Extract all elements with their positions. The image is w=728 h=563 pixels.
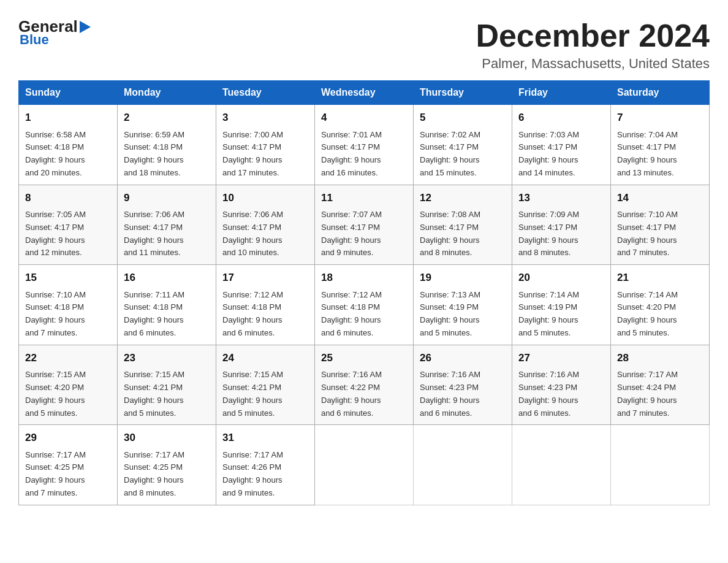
day-info: Sunrise: 7:05 AMSunset: 4:17 PMDaylight:… bbox=[25, 209, 111, 259]
calendar-day-2: 2Sunrise: 6:59 AMSunset: 4:18 PMDaylight… bbox=[118, 105, 216, 185]
calendar-day-3: 3Sunrise: 7:00 AMSunset: 4:17 PMDaylight… bbox=[216, 105, 315, 185]
calendar-day-9: 9Sunrise: 7:06 AMSunset: 4:17 PMDaylight… bbox=[118, 185, 216, 265]
day-number: 18 bbox=[321, 270, 407, 286]
day-number: 6 bbox=[518, 110, 604, 126]
empty-cell bbox=[315, 425, 414, 505]
day-number: 4 bbox=[321, 110, 407, 126]
day-number: 28 bbox=[617, 350, 703, 366]
day-info: Sunrise: 7:03 AMSunset: 4:17 PMDaylight:… bbox=[518, 129, 604, 180]
calendar-day-29: 29Sunrise: 7:17 AMSunset: 4:25 PMDayligh… bbox=[19, 425, 118, 505]
title-block: December 2024 Palmer, Massachusetts, Uni… bbox=[476, 18, 710, 72]
day-info: Sunrise: 7:08 AMSunset: 4:17 PMDaylight:… bbox=[420, 209, 506, 259]
day-info: Sunrise: 7:04 AMSunset: 4:17 PMDaylight:… bbox=[617, 129, 703, 180]
logo-blue-text: Blue bbox=[20, 32, 49, 48]
calendar-day-19: 19Sunrise: 7:13 AMSunset: 4:19 PMDayligh… bbox=[414, 265, 512, 345]
calendar-day-14: 14Sunrise: 7:10 AMSunset: 4:17 PMDayligh… bbox=[611, 185, 710, 265]
calendar-day-27: 27Sunrise: 7:16 AMSunset: 4:23 PMDayligh… bbox=[512, 345, 611, 425]
calendar-week-1: 1Sunrise: 6:58 AMSunset: 4:18 PMDaylight… bbox=[19, 105, 710, 185]
day-info: Sunrise: 7:16 AMSunset: 4:23 PMDaylight:… bbox=[518, 369, 604, 419]
day-info: Sunrise: 7:14 AMSunset: 4:20 PMDaylight:… bbox=[617, 289, 703, 340]
day-number: 26 bbox=[420, 350, 506, 366]
day-info: Sunrise: 7:01 AMSunset: 4:17 PMDaylight:… bbox=[321, 129, 407, 180]
calendar-day-22: 22Sunrise: 7:15 AMSunset: 4:20 PMDayligh… bbox=[19, 345, 118, 425]
day-info: Sunrise: 6:58 AMSunset: 4:18 PMDaylight:… bbox=[25, 129, 111, 180]
day-number: 23 bbox=[124, 350, 210, 366]
day-info: Sunrise: 7:16 AMSunset: 4:23 PMDaylight:… bbox=[420, 369, 506, 419]
header-day-saturday: Saturday bbox=[611, 81, 710, 105]
day-info: Sunrise: 7:17 AMSunset: 4:24 PMDaylight:… bbox=[617, 369, 703, 419]
calendar-day-10: 10Sunrise: 7:06 AMSunset: 4:17 PMDayligh… bbox=[216, 185, 315, 265]
calendar-day-26: 26Sunrise: 7:16 AMSunset: 4:23 PMDayligh… bbox=[414, 345, 512, 425]
page: General Blue December 2024 Palmer, Massa… bbox=[0, 0, 728, 518]
header-row-days: SundayMondayTuesdayWednesdayThursdayFrid… bbox=[19, 81, 710, 105]
day-info: Sunrise: 7:12 AMSunset: 4:18 PMDaylight:… bbox=[222, 289, 308, 340]
day-info: Sunrise: 7:15 AMSunset: 4:21 PMDaylight:… bbox=[124, 369, 210, 419]
day-number: 19 bbox=[420, 270, 506, 286]
day-number: 25 bbox=[321, 350, 407, 366]
calendar-week-2: 8Sunrise: 7:05 AMSunset: 4:17 PMDaylight… bbox=[19, 185, 710, 265]
day-number: 14 bbox=[617, 190, 703, 206]
day-info: Sunrise: 7:15 AMSunset: 4:21 PMDaylight:… bbox=[222, 369, 308, 419]
empty-cell bbox=[512, 425, 611, 505]
calendar-day-17: 17Sunrise: 7:12 AMSunset: 4:18 PMDayligh… bbox=[216, 265, 315, 345]
calendar-day-11: 11Sunrise: 7:07 AMSunset: 4:17 PMDayligh… bbox=[315, 185, 414, 265]
day-info: Sunrise: 7:12 AMSunset: 4:18 PMDaylight:… bbox=[321, 289, 407, 340]
calendar-day-25: 25Sunrise: 7:16 AMSunset: 4:22 PMDayligh… bbox=[315, 345, 414, 425]
header-day-thursday: Thursday bbox=[414, 81, 512, 105]
day-info: Sunrise: 7:16 AMSunset: 4:22 PMDaylight:… bbox=[321, 369, 407, 419]
calendar-day-8: 8Sunrise: 7:05 AMSunset: 4:17 PMDaylight… bbox=[19, 185, 118, 265]
logo: General Blue bbox=[18, 18, 91, 48]
logo-triangle-icon bbox=[80, 21, 91, 33]
day-number: 16 bbox=[124, 270, 210, 286]
calendar-day-5: 5Sunrise: 7:02 AMSunset: 4:17 PMDaylight… bbox=[414, 105, 512, 185]
day-info: Sunrise: 7:13 AMSunset: 4:19 PMDaylight:… bbox=[420, 289, 506, 340]
day-info: Sunrise: 7:06 AMSunset: 4:17 PMDaylight:… bbox=[124, 209, 210, 259]
header-day-wednesday: Wednesday bbox=[315, 81, 414, 105]
calendar-day-28: 28Sunrise: 7:17 AMSunset: 4:24 PMDayligh… bbox=[611, 345, 710, 425]
day-info: Sunrise: 7:09 AMSunset: 4:17 PMDaylight:… bbox=[518, 209, 604, 259]
day-info: Sunrise: 7:00 AMSunset: 4:17 PMDaylight:… bbox=[222, 129, 308, 180]
day-number: 8 bbox=[25, 190, 111, 206]
day-number: 24 bbox=[222, 350, 308, 366]
empty-cell bbox=[611, 425, 710, 505]
day-info: Sunrise: 7:06 AMSunset: 4:17 PMDaylight:… bbox=[222, 209, 308, 259]
calendar-day-31: 31Sunrise: 7:17 AMSunset: 4:26 PMDayligh… bbox=[216, 425, 315, 505]
day-info: Sunrise: 7:15 AMSunset: 4:20 PMDaylight:… bbox=[25, 369, 111, 419]
calendar-week-5: 29Sunrise: 7:17 AMSunset: 4:25 PMDayligh… bbox=[19, 425, 710, 505]
day-info: Sunrise: 6:59 AMSunset: 4:18 PMDaylight:… bbox=[124, 129, 210, 180]
day-info: Sunrise: 7:17 AMSunset: 4:25 PMDaylight:… bbox=[124, 449, 210, 500]
day-number: 7 bbox=[617, 110, 703, 126]
day-info: Sunrise: 7:11 AMSunset: 4:18 PMDaylight:… bbox=[124, 289, 210, 340]
calendar-day-20: 20Sunrise: 7:14 AMSunset: 4:19 PMDayligh… bbox=[512, 265, 611, 345]
day-info: Sunrise: 7:14 AMSunset: 4:19 PMDaylight:… bbox=[518, 289, 604, 340]
day-number: 10 bbox=[222, 190, 308, 206]
day-number: 30 bbox=[124, 430, 210, 446]
day-number: 29 bbox=[25, 430, 111, 446]
day-info: Sunrise: 7:07 AMSunset: 4:17 PMDaylight:… bbox=[321, 209, 407, 259]
calendar-day-21: 21Sunrise: 7:14 AMSunset: 4:20 PMDayligh… bbox=[611, 265, 710, 345]
calendar-day-23: 23Sunrise: 7:15 AMSunset: 4:21 PMDayligh… bbox=[118, 345, 216, 425]
day-number: 31 bbox=[222, 430, 308, 446]
header-day-tuesday: Tuesday bbox=[216, 81, 315, 105]
day-number: 12 bbox=[420, 190, 506, 206]
svg-marker-0 bbox=[80, 21, 91, 33]
calendar-day-24: 24Sunrise: 7:15 AMSunset: 4:21 PMDayligh… bbox=[216, 345, 315, 425]
header-day-sunday: Sunday bbox=[19, 81, 118, 105]
calendar-day-7: 7Sunrise: 7:04 AMSunset: 4:17 PMDaylight… bbox=[611, 105, 710, 185]
day-number: 13 bbox=[518, 190, 604, 206]
day-number: 11 bbox=[321, 190, 407, 206]
header-row: General Blue December 2024 Palmer, Massa… bbox=[18, 18, 710, 72]
month-title: December 2024 bbox=[476, 18, 710, 53]
day-info: Sunrise: 7:17 AMSunset: 4:25 PMDaylight:… bbox=[25, 449, 111, 500]
calendar-day-12: 12Sunrise: 7:08 AMSunset: 4:17 PMDayligh… bbox=[414, 185, 512, 265]
day-number: 5 bbox=[420, 110, 506, 126]
day-number: 17 bbox=[222, 270, 308, 286]
calendar-table: SundayMondayTuesdayWednesdayThursdayFrid… bbox=[18, 80, 710, 505]
calendar-day-15: 15Sunrise: 7:10 AMSunset: 4:18 PMDayligh… bbox=[19, 265, 118, 345]
day-info: Sunrise: 7:17 AMSunset: 4:26 PMDaylight:… bbox=[222, 449, 308, 500]
day-number: 2 bbox=[124, 110, 210, 126]
day-info: Sunrise: 7:10 AMSunset: 4:17 PMDaylight:… bbox=[617, 209, 703, 259]
day-number: 15 bbox=[25, 270, 111, 286]
day-number: 9 bbox=[124, 190, 210, 206]
day-info: Sunrise: 7:10 AMSunset: 4:18 PMDaylight:… bbox=[25, 289, 111, 340]
